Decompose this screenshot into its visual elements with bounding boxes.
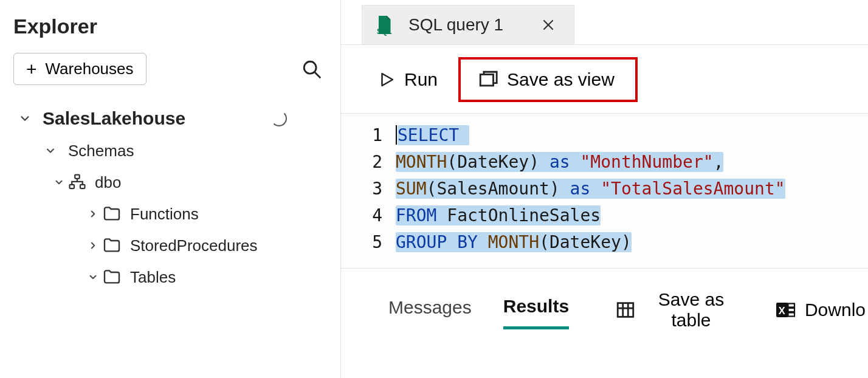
tree-item-tables[interactable]: Tables [0,261,340,293]
folder-icon [102,267,122,287]
svg-text:X: X [779,305,785,316]
chevron-right-icon [84,208,102,219]
svg-rect-3 [70,185,75,188]
tree-item-lakehouse[interactable]: SalesLakehouse [0,102,340,135]
results-toolbar: Messages Results Save as table X Downlo [341,269,868,334]
tree-item-dbo-label: dbo [95,173,121,192]
folder-icon [102,236,122,255]
editor-tabbar: SQL SQL query 1 [341,0,868,45]
save-as-view-highlight: Save as view [458,57,638,102]
loading-spinner-icon [271,111,287,126]
save-as-view-label: Save as view [507,69,615,90]
tree-item-dbo[interactable]: dbo [0,167,340,198]
svg-rect-17 [788,308,794,312]
chevron-down-icon [16,112,34,125]
tree-item-sp-label: StoredProcedures [130,236,258,255]
code-content: SELECT MONTH(DateKey) as "MonthNumber", … [396,120,785,256]
line-number: 2 [341,149,382,176]
tree-item-stored-procedures[interactable]: StoredProcedures [0,230,340,261]
save-view-icon [478,69,498,90]
chevron-down-icon [84,272,102,283]
tree-item-functions-label: Functions [130,205,199,224]
explorer-toolbar: + Warehouses [0,53,340,85]
svg-point-0 [304,61,316,74]
messages-tab[interactable]: Messages [388,292,472,328]
excel-icon: X [774,299,796,321]
svg-rect-10 [618,303,633,317]
svg-rect-9 [480,75,493,86]
explorer-tree: SalesLakehouse Schemas dbo [0,102,340,293]
download-excel-label: Downlo [805,300,866,320]
add-warehouses-button[interactable]: + Warehouses [13,53,146,85]
tree-item-lakehouse-label: SalesLakehouse [43,108,185,129]
line-gutter: 1 2 3 4 5 [341,120,396,256]
tree-item-schemas[interactable]: Schemas [0,135,340,167]
chevron-down-icon [50,177,68,188]
download-excel-button[interactable]: X Downlo [772,295,868,325]
explorer-panel: Explorer + Warehouses SalesLakehouse Sch… [0,0,340,378]
chevron-right-icon [84,240,102,251]
save-as-table-label: Save as table [644,289,738,331]
editor-tab-label: SQL query 1 [405,15,528,35]
editor-tab-sqlquery1[interactable]: SQL SQL query 1 [362,5,574,44]
save-as-table-button[interactable]: Save as table [613,286,740,334]
chevron-down-icon [41,145,60,157]
run-button-label: Run [404,69,438,90]
folder-icon [102,204,122,224]
search-button[interactable] [297,54,327,84]
close-icon [541,18,556,32]
line-number: 4 [341,202,382,229]
close-tab-button[interactable] [537,15,559,35]
play-icon [377,70,396,89]
add-warehouses-label: Warehouses [46,60,134,78]
svg-text:SQL: SQL [377,27,392,36]
search-icon [301,59,322,80]
code-editor[interactable]: 1 2 3 4 5 SELECT MONTH(DateKey) as "Mont… [341,114,868,268]
svg-rect-16 [788,304,794,308]
explorer-title: Explorer [0,0,340,53]
tree-item-functions[interactable]: Functions [0,198,340,230]
schema-icon [68,173,86,191]
svg-line-1 [315,72,320,77]
save-as-view-button[interactable]: Save as view [467,63,625,96]
svg-rect-2 [75,175,80,179]
svg-rect-4 [80,185,85,188]
tree-item-tables-label: Tables [130,268,176,287]
results-tab[interactable]: Results [503,291,569,329]
line-number: 1 [341,122,382,149]
line-number: 5 [341,229,382,256]
line-number: 3 [341,176,382,202]
sql-file-icon: SQL [373,14,395,36]
tree-item-schemas-label: Schemas [68,142,134,160]
svg-marker-8 [382,74,393,86]
run-button[interactable]: Run [367,63,449,96]
editor-toolbar: Run Save as view [341,45,868,114]
editor-area: SQL SQL query 1 Run Save as view [340,0,868,378]
table-icon [615,300,636,320]
svg-rect-18 [788,313,794,317]
plus-icon: + [26,60,37,78]
